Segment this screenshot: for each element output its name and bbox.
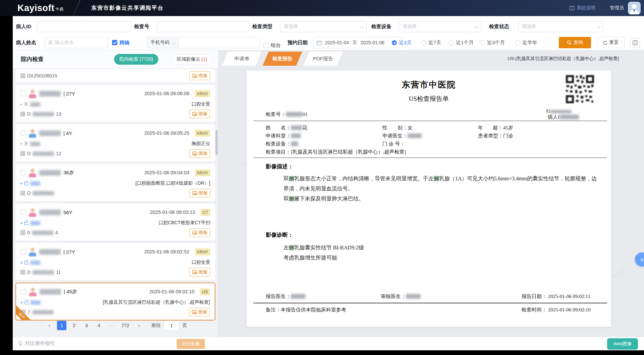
phone-input[interactable]: [179, 37, 259, 48]
user-avatar[interactable]: [628, 2, 641, 14]
image-button[interactable]: 图像: [189, 110, 210, 118]
radio-icon[interactable]: [515, 40, 520, 45]
accession-number: DX250106015: [20, 73, 59, 78]
field-exam-item: 检查项目：[乳腺及其引流区淋巴结彩超（乳腺中心）,超声检查]: [266, 149, 406, 155]
field-patient-type: 患者类型：门诊: [478, 133, 513, 139]
radio-icon[interactable]: [449, 40, 454, 45]
search-button[interactable]: 查询: [559, 37, 591, 48]
page-button-3[interactable]: 3: [82, 321, 91, 330]
combo-checkbox[interactable]: [263, 43, 269, 48]
report-type: US检查报告单: [247, 95, 611, 103]
username-label[interactable]: 管理员: [610, 5, 624, 11]
patient-id-input[interactable]: [37, 21, 131, 32]
layout-icon: [633, 40, 638, 45]
item-status-row: 未 胸部正位: [20, 140, 210, 147]
exam-list-item[interactable]: 36岁 2025-01-06 09:04:03 XRAY 已 [口腔曲面断层,口…: [15, 164, 215, 201]
exam-list-item[interactable]: | 27Y 2025-01-06 09:06:09 XRAY 未 口腔全景 D1…: [15, 85, 215, 122]
date-range-picker[interactable]: 2025-01-04 至 2025-01-06: [313, 37, 402, 48]
list-scrollbar[interactable]: [215, 130, 218, 155]
radio-icon[interactable]: [392, 40, 397, 45]
exact-checkbox[interactable]: [112, 40, 117, 45]
status-select[interactable]: 请选择: [518, 21, 603, 32]
logo: Kayisoft卡易: [17, 3, 64, 13]
book-icon: [570, 6, 575, 10]
phone-group: 手机号码: [147, 37, 260, 48]
reset-button[interactable]: 重置: [597, 37, 625, 48]
accession-number: D: [20, 190, 56, 196]
item-checkbox[interactable]: [20, 130, 26, 136]
report-tab-1[interactable]: 检查报告: [263, 52, 302, 66]
page-button-772[interactable]: 772: [119, 321, 131, 330]
exam-no-input[interactable]: [157, 21, 249, 32]
image-button[interactable]: 图像: [189, 308, 210, 316]
image-button[interactable]: 图像: [189, 268, 210, 277]
exam-list-item[interactable]: | 27Y 2025-01-06 09:02:52 XRAY 已 口腔全景 D1…: [15, 243, 215, 280]
device-placeholder: 请选择: [402, 23, 475, 29]
quick-range-4[interactable]: 近半年: [515, 37, 537, 48]
page-button-2[interactable]: 2: [69, 321, 79, 330]
image-icon: [192, 152, 197, 156]
radio-icon[interactable]: [421, 40, 426, 45]
report-tabs: 申请单检查报告PDF报告: [222, 52, 343, 66]
exam-name: [乳腺及其引流区淋巴结彩超（乳腺中心）,超声检查]: [103, 299, 210, 305]
report-status: 已: [20, 220, 40, 226]
quick-range-1[interactable]: 近7天: [421, 37, 441, 48]
quick-range-2[interactable]: 近1个月: [449, 37, 474, 48]
column-settings-button[interactable]: [630, 38, 640, 47]
patient-name-input[interactable]: 病人姓名: [45, 37, 108, 48]
goto-page-input[interactable]: [164, 320, 179, 331]
prev-page-button[interactable]: ‹: [45, 321, 54, 330]
field-device: 检查设备：: [266, 141, 298, 147]
status-redacted: [30, 181, 40, 186]
item-checkbox[interactable]: [20, 91, 26, 96]
next-page-button[interactable]: ›: [134, 321, 144, 330]
tab-internal-exams[interactable]: 院内检查 (7720): [114, 54, 158, 65]
compare-images-button[interactable]: 对比影像: [177, 339, 205, 349]
page-button-4[interactable]: 4: [94, 321, 104, 330]
patient-name-redacted: [39, 170, 61, 176]
item-status-row: 已 口腔全景: [20, 259, 210, 266]
exam-list-item[interactable]: | 4Y 2025-01-06 09:05:25 XRAY 未 胸部正位 D12…: [15, 124, 215, 162]
item-id-row: 7 图像: [21, 308, 210, 316]
item-header-row: | 27Y 2025-01-06 09:02:52 XRAY: [20, 247, 210, 257]
image-button[interactable]: 图像: [189, 71, 210, 80]
status-placeholder: 请选择: [522, 23, 597, 29]
exam-list-item[interactable]: | 45岁 2025-01-06 09:02:10 US 已 [乳腺及其引流区淋…: [15, 283, 215, 320]
accession-number: D11: [20, 270, 61, 275]
chevron-down-icon: [172, 40, 176, 44]
patient-name-placeholder: 病人姓名: [55, 40, 105, 46]
refresh-icon: [603, 41, 607, 45]
field-dept: 申请科室：: [266, 133, 301, 139]
exam-type-select[interactable]: 请选择: [280, 21, 367, 32]
device-select[interactable]: 请选择: [399, 21, 481, 32]
field-note: 备注：本报告仅供本院临床科室参考: [266, 307, 346, 313]
status-dot: [20, 104, 22, 105]
tab-regional-cloud[interactable]: 区域影像云(1): [171, 54, 213, 65]
page-button-1[interactable]: 1: [57, 321, 66, 330]
item-checkbox[interactable]: [20, 210, 26, 215]
phone-type-select[interactable]: 手机号码: [147, 37, 179, 48]
exam-list-item[interactable]: DX250106015 图像: [15, 69, 215, 82]
item-checkbox[interactable]: [21, 289, 26, 294]
web-image-button[interactable]: Web图像: [607, 338, 638, 350]
system-help-link[interactable]: 系统说明: [570, 5, 595, 11]
image-button[interactable]: 图像: [189, 189, 210, 197]
radio-icon[interactable]: [480, 40, 485, 45]
item-checkbox[interactable]: [20, 249, 26, 254]
quick-range-0[interactable]: 近3天: [392, 37, 412, 48]
person-avatar-icon: [628, 2, 641, 14]
image-button[interactable]: 图像: [189, 228, 210, 237]
regional-count: (1): [201, 57, 207, 62]
report-tab-0[interactable]: 申请单: [222, 52, 262, 66]
status-dot: [20, 143, 22, 145]
quick-range-3[interactable]: 近3个月: [480, 37, 505, 48]
exam-list-item[interactable]: 56Y 2025-01-06 09:03:13 CT 已 口腔CBCT锥形束CT…: [15, 203, 215, 241]
exam-type-placeholder: 请选择: [284, 23, 360, 29]
exam-datetime: 2025-01-06 09:04:03: [144, 170, 190, 175]
compare-guide-link[interactable]: 对比操作指引: [18, 340, 55, 347]
report-tab-2[interactable]: PDF报告: [303, 52, 343, 66]
image-button[interactable]: 图像: [189, 149, 210, 158]
item-checkbox[interactable]: [20, 170, 26, 175]
page-unit-label: 页: [182, 322, 187, 329]
field-age: 年 龄：45岁: [478, 125, 513, 131]
